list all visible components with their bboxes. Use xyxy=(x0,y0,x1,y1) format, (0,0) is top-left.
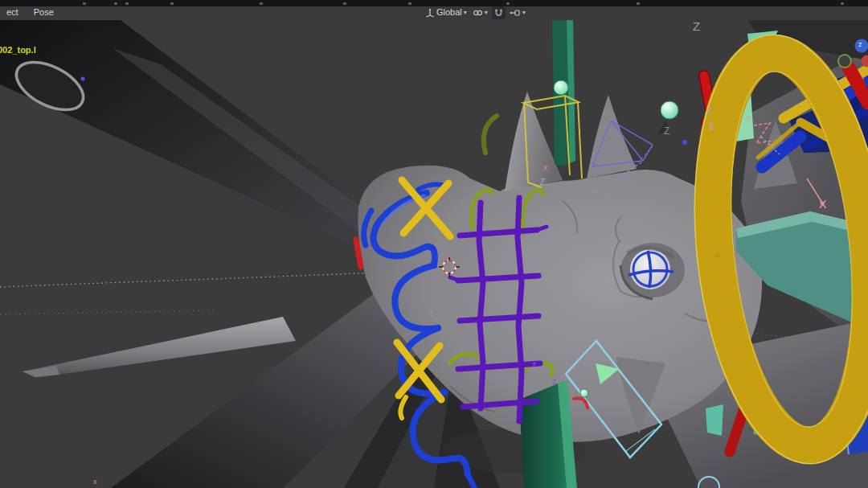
window-edge-mark xyxy=(637,2,640,5)
chevron-down-icon: ▾ xyxy=(464,7,467,18)
header-tools: Global ▾ ▾ xyxy=(424,6,527,18)
viewport-header: ect Pose Global ▾ ▾ xyxy=(0,6,868,18)
chevron-down-icon: ▾ xyxy=(485,7,488,18)
window-edge-mark xyxy=(506,2,510,5)
window-edge-mark xyxy=(83,2,86,5)
window-edge-mark xyxy=(125,2,129,5)
window-edge-mark xyxy=(408,2,411,5)
chevron-down-icon: ▾ xyxy=(522,7,526,18)
blender-window: ect Pose Global ▾ ▾ xyxy=(0,0,868,488)
origin-dot xyxy=(716,254,720,258)
bone-sphere-handle[interactable] xyxy=(580,389,588,397)
viewport-3d[interactable] xyxy=(0,20,868,488)
bone-sphere-handle[interactable] xyxy=(661,101,678,119)
pivot-point-dropdown[interactable]: ▾ xyxy=(471,7,489,18)
gizmo-y-axis[interactable] xyxy=(838,55,851,68)
transform-orientation-dropdown[interactable]: Global ▾ xyxy=(424,7,469,18)
window-edge-strip xyxy=(0,0,868,6)
window-edge-mark xyxy=(841,2,844,5)
snap-toggle-button[interactable] xyxy=(492,6,506,19)
pivot-point-icon xyxy=(473,8,483,18)
window-edge-mark xyxy=(114,2,117,5)
window-edge-mark xyxy=(260,2,263,5)
window-edge-mark xyxy=(343,2,346,5)
gizmo-z-axis[interactable] xyxy=(855,39,868,53)
window-edge-mark xyxy=(170,2,174,5)
magnet-icon xyxy=(494,8,503,18)
menu-pose[interactable]: Pose xyxy=(27,6,60,18)
header-menus: ect Pose xyxy=(0,6,60,18)
snap-with-icon xyxy=(510,8,521,18)
snap-target-dropdown[interactable]: ▾ xyxy=(508,7,527,18)
menu-select-partial[interactable]: ect xyxy=(0,6,25,18)
ribbon-bottom xyxy=(519,380,577,488)
orientation-value: Global xyxy=(436,6,462,18)
bone-sphere-handle[interactable] xyxy=(554,80,568,95)
orientation-axes-icon xyxy=(425,8,435,18)
